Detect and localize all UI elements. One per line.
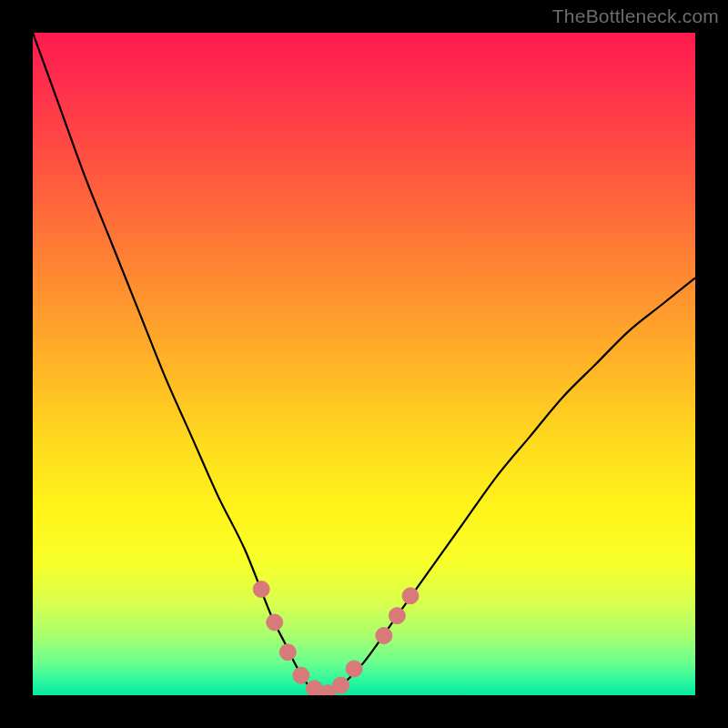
curve-marker	[389, 608, 405, 624]
curve-marker	[253, 581, 269, 598]
bottleneck-curve-path	[33, 33, 695, 695]
curve-marker	[293, 667, 309, 683]
curve-marker	[333, 677, 349, 693]
curve-marker	[402, 588, 419, 604]
curve-marker	[346, 661, 362, 677]
plot-area	[33, 33, 695, 695]
curve-marker	[376, 628, 392, 644]
curve-markers	[253, 581, 419, 696]
curve-marker	[279, 644, 296, 661]
curve-marker	[267, 614, 283, 631]
watermark-text: TheBottleneck.com	[552, 5, 719, 27]
chart-frame: TheBottleneck.com	[0, 0, 728, 728]
bottleneck-curve-svg	[33, 33, 695, 695]
